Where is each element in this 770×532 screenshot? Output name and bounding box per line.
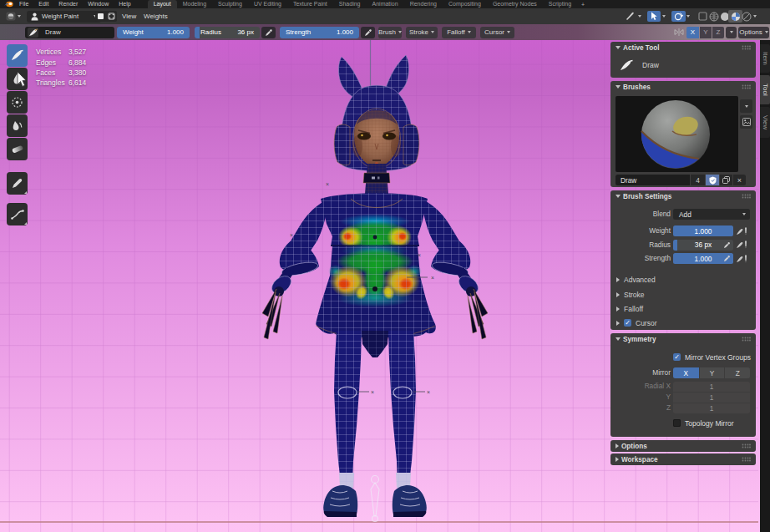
menu-help[interactable]: Help [114, 0, 135, 8]
unified-radius-icon[interactable] [736, 240, 749, 250]
tab-geometry-nodes[interactable]: Geometry Nodes [487, 0, 543, 8]
unified-weight-icon[interactable] [736, 226, 749, 236]
weight-slider[interactable]: Weight 1.000 [117, 27, 190, 39]
mirror-vertex-groups-label: Mirror Vertex Groups [685, 353, 751, 362]
symmetry-z-button[interactable]: Z [725, 367, 750, 378]
tool-measure-button[interactable] [7, 203, 28, 225]
subpanel-advanced[interactable]: Advanced [610, 274, 756, 285]
menu-weights[interactable]: Weights [144, 8, 168, 24]
panel-grip-icon[interactable] [742, 84, 751, 89]
editor-type-button[interactable] [4, 11, 23, 22]
menu-render[interactable]: Render [53, 0, 83, 8]
tab-scripting[interactable]: Scripting [543, 0, 577, 8]
panel-grip-icon[interactable] [742, 457, 751, 462]
mirror-y-button[interactable]: Y [700, 27, 712, 39]
gizmo-toggle-button[interactable] [647, 11, 661, 22]
tab-shading[interactable]: Shading [333, 0, 367, 8]
brush-texture-button[interactable] [740, 115, 752, 129]
subpanel-cursor[interactable]: ✓Cursor [610, 317, 756, 328]
cursor-checkbox[interactable]: ✓ [624, 319, 631, 327]
tool-draw-button[interactable] [7, 44, 28, 67]
brush-duplicate-button[interactable] [720, 175, 732, 185]
subpanel-falloff[interactable]: Falloff [610, 303, 756, 314]
panel-radius-slider[interactable]: 36 px [673, 240, 733, 251]
blender-logo-icon[interactable] [3, 1, 14, 8]
brush-preview-expand-button[interactable] [740, 99, 752, 113]
mirror-z-button[interactable]: Z [712, 27, 724, 39]
mouse-cursor [16, 71, 28, 88]
subpanel-stroke[interactable]: Stroke [610, 289, 756, 300]
shading-wireframe-icon[interactable] [709, 12, 719, 22]
brush-fake-user-button[interactable] [706, 175, 719, 185]
radius-slider[interactable]: Radius 36 px [195, 27, 260, 39]
brush-preview[interactable] [615, 96, 738, 172]
top-menu-bar: File Edit Render Window Help Layout Mode… [0, 0, 770, 8]
tool-settings-button[interactable] [623, 11, 637, 22]
panel-grip-icon[interactable] [742, 337, 751, 342]
brush-user-count[interactable]: 4 [691, 175, 705, 185]
falloff-popover-button[interactable]: Falloff [442, 27, 476, 39]
menu-edit[interactable]: Edit [33, 0, 53, 8]
active-brush-button[interactable]: Draw [25, 27, 114, 39]
eyedropper-icon[interactable] [723, 255, 731, 262]
symmetry-popover-button[interactable] [726, 27, 737, 39]
tool-gradient-button[interactable] [7, 138, 28, 160]
blend-dropdown[interactable]: Add [673, 209, 750, 220]
panel-symmetry-header[interactable]: Symmetry [610, 333, 756, 345]
panel-brush-settings-header[interactable]: Brush Settings [610, 190, 756, 202]
paint-mask-face-button[interactable] [106, 11, 117, 22]
tab-compositing[interactable]: Compositing [443, 0, 487, 8]
paint-mask-vertex-button[interactable] [95, 11, 106, 22]
strength-slider[interactable]: Strength 1.000 [280, 27, 359, 39]
tool-average-button[interactable] [7, 91, 28, 114]
mirror-x-button[interactable]: X [686, 27, 699, 39]
mode-selector[interactable]: Weight Paint [27, 11, 101, 23]
menu-view[interactable]: View [122, 8, 136, 24]
panel-options-header[interactable]: Options [610, 440, 756, 452]
brush-unlink-button[interactable]: × [733, 175, 746, 185]
tab-texture-paint[interactable]: Texture Paint [287, 0, 333, 8]
menu-window[interactable]: Window [83, 0, 114, 8]
panel-active-tool-header[interactable]: Active Tool [610, 42, 756, 53]
brush-popover-button[interactable]: Brush [378, 27, 402, 39]
shading-material-button[interactable] [728, 10, 742, 23]
panel-workspace-header[interactable]: Workspace [610, 453, 756, 465]
panel-weight-slider[interactable]: 1.000 [673, 225, 733, 236]
panel-grip-icon[interactable] [742, 443, 751, 448]
radius-eyedropper-button[interactable] [261, 27, 276, 39]
shading-rendered-icon[interactable] [742, 12, 752, 22]
mirror-vertex-groups-checkbox[interactable]: ✓ [673, 353, 681, 361]
tool-annotate-button[interactable] [7, 172, 28, 195]
panel-brushes-header[interactable]: Brushes [610, 81, 756, 93]
sidebar-tab-view[interactable]: View [760, 107, 770, 138]
tool-smear-button[interactable] [7, 114, 28, 137]
sidebar-tab-tool[interactable]: Tool [760, 75, 770, 104]
panel-grip-icon[interactable] [742, 45, 751, 50]
tab-animation[interactable]: Animation [367, 0, 404, 8]
xray-toggle-icon[interactable] [698, 12, 707, 21]
sidebar-tab-item[interactable]: Item [760, 44, 770, 73]
tab-modeling[interactable]: Modeling [177, 0, 212, 8]
overlays-toggle-button[interactable] [671, 11, 686, 22]
brush-name-field[interactable]: Draw [615, 175, 690, 185]
symmetry-y-button[interactable]: Y [700, 367, 725, 378]
menu-file[interactable]: File [14, 0, 33, 8]
tab-layout[interactable]: Layout [148, 0, 177, 8]
tab-uv-editing[interactable]: UV Editing [248, 0, 287, 8]
panel-grip-icon[interactable] [742, 194, 751, 199]
strength-eyedropper-button[interactable] [361, 27, 375, 39]
tab-rendering[interactable]: Rendering [404, 0, 443, 8]
add-workspace-button[interactable]: + [577, 2, 589, 8]
tab-sculpting[interactable]: Sculpting [212, 0, 248, 8]
topology-mirror-checkbox[interactable] [673, 419, 681, 427]
cursor-popover-button[interactable]: Cursor [480, 27, 514, 39]
eyedropper-icon[interactable] [723, 241, 731, 249]
radial-x-field[interactable]: 1 [673, 382, 750, 392]
panel-strength-slider[interactable]: 1.000 [673, 253, 733, 264]
stroke-popover-button[interactable]: Stroke [406, 27, 438, 39]
symmetry-x-button[interactable]: X [673, 367, 699, 378]
radial-y-field[interactable]: 1 [673, 393, 750, 403]
unified-strength-icon[interactable] [736, 254, 749, 264]
options-popover-button[interactable]: Options [738, 27, 769, 39]
radial-z-field[interactable]: 1 [673, 403, 750, 413]
